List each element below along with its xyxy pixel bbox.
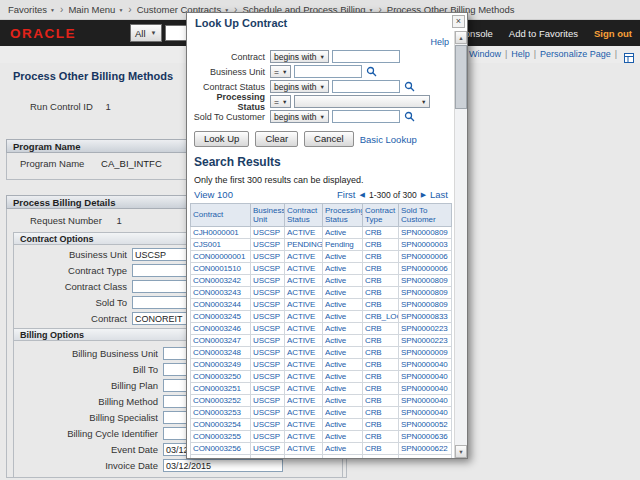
- result-row[interactable]: CON0003242USCSPACTIVEActiveCRBSPN0000809: [191, 275, 452, 287]
- result-row[interactable]: CON0003252USCSPACTIVEActiveCRBSPN0000040: [191, 395, 452, 407]
- result-cell[interactable]: USCSP: [251, 407, 285, 419]
- result-cell[interactable]: CON0003257: [191, 455, 251, 460]
- result-cell[interactable]: SPN0000003: [399, 239, 452, 251]
- value-select[interactable]: ▼: [294, 95, 430, 108]
- result-cell[interactable]: Active: [323, 395, 363, 407]
- breadcrumb-item[interactable]: Main Menu▼: [68, 4, 123, 15]
- result-cell[interactable]: USCSP: [251, 335, 285, 347]
- result-cell[interactable]: CON0003247: [191, 335, 251, 347]
- lookup-icon[interactable]: [366, 66, 377, 77]
- result-cell[interactable]: SPN0000040: [399, 371, 452, 383]
- result-cell[interactable]: USCSP: [251, 455, 285, 460]
- column-header[interactable]: Business Unit: [251, 204, 285, 227]
- result-cell[interactable]: USCSP: [251, 419, 285, 431]
- result-cell[interactable]: ACTIVE: [285, 431, 323, 443]
- result-cell[interactable]: USCSP: [251, 323, 285, 335]
- result-cell[interactable]: ACTIVE: [285, 359, 323, 371]
- result-row[interactable]: CON0003254USCSPACTIVEActiveCRBSPN0000052: [191, 419, 452, 431]
- help-link[interactable]: Help: [430, 37, 449, 47]
- result-cell[interactable]: USCSP: [251, 227, 285, 239]
- result-cell[interactable]: SPN0000636: [399, 455, 452, 460]
- result-cell[interactable]: SPN0000223: [399, 335, 452, 347]
- lookup-input[interactable]: [332, 80, 400, 93]
- result-cell[interactable]: ACTIVE: [285, 407, 323, 419]
- result-cell[interactable]: SPN0000809: [399, 227, 452, 239]
- result-cell[interactable]: ACTIVE: [285, 263, 323, 275]
- result-cell[interactable]: USCSP: [251, 251, 285, 263]
- result-cell[interactable]: Active: [323, 275, 363, 287]
- close-icon[interactable]: ×: [452, 15, 465, 28]
- result-cell[interactable]: ACTIVE: [285, 311, 323, 323]
- result-row[interactable]: CON0003247USCSPACTIVEActiveCRBSPN0000223: [191, 335, 452, 347]
- result-cell[interactable]: CRB: [363, 395, 399, 407]
- result-row[interactable]: CON0003248USCSPACTIVEActiveCRBSPN0000009: [191, 347, 452, 359]
- result-cell[interactable]: SPN0000223: [399, 323, 452, 335]
- result-cell[interactable]: CON0003244: [191, 299, 251, 311]
- result-cell[interactable]: ACTIVE: [285, 287, 323, 299]
- result-cell[interactable]: Active: [323, 371, 363, 383]
- search-scope-select[interactable]: All ▼: [130, 24, 162, 42]
- result-cell[interactable]: SPN0000833: [399, 311, 452, 323]
- result-cell[interactable]: ACTIVE: [285, 395, 323, 407]
- result-cell[interactable]: SPN0000809: [399, 287, 452, 299]
- result-cell[interactable]: USCSP: [251, 347, 285, 359]
- result-cell[interactable]: Active: [323, 419, 363, 431]
- result-cell[interactable]: CRB: [363, 227, 399, 239]
- pagebar-link[interactable]: Personalize Page: [540, 49, 611, 59]
- result-cell[interactable]: Pending: [323, 239, 363, 251]
- result-cell[interactable]: CRB: [363, 443, 399, 455]
- result-cell[interactable]: CRB: [363, 407, 399, 419]
- column-header[interactable]: Processing Status: [323, 204, 363, 227]
- result-cell[interactable]: ACTIVE: [285, 227, 323, 239]
- result-row[interactable]: CON0003256USCSPACTIVEActiveCRBSPN0000622: [191, 443, 452, 455]
- result-cell[interactable]: Active: [323, 359, 363, 371]
- operator-select[interactable]: begins with▼: [270, 80, 329, 93]
- result-cell[interactable]: SPN0000006: [399, 263, 452, 275]
- result-cell[interactable]: ACTIVE: [285, 443, 323, 455]
- result-cell[interactable]: ACTIVE: [285, 323, 323, 335]
- result-cell[interactable]: ACTIVE: [285, 383, 323, 395]
- result-cell[interactable]: Active: [323, 347, 363, 359]
- result-row[interactable]: CON0003251USCSPACTIVEActiveCRBSPN0000040: [191, 383, 452, 395]
- result-cell[interactable]: Active: [323, 455, 363, 460]
- result-cell[interactable]: ACTIVE: [285, 335, 323, 347]
- result-cell[interactable]: USCSP: [251, 287, 285, 299]
- result-cell[interactable]: CON0003242: [191, 275, 251, 287]
- result-cell[interactable]: USCSP: [251, 443, 285, 455]
- result-cell[interactable]: USCSP: [251, 359, 285, 371]
- result-cell[interactable]: CON0003250: [191, 371, 251, 383]
- scrollbar-thumb[interactable]: [455, 45, 467, 109]
- result-cell[interactable]: CON0003246: [191, 323, 251, 335]
- next-page-icon[interactable]: ▶: [421, 191, 426, 199]
- field-input[interactable]: 03/12/2015: [163, 459, 283, 472]
- result-cell[interactable]: SPN0000622: [399, 443, 452, 455]
- result-cell[interactable]: ACTIVE: [285, 299, 323, 311]
- operator-select[interactable]: =▼: [270, 65, 291, 78]
- result-cell[interactable]: PENDING: [285, 239, 323, 251]
- result-row[interactable]: CON0003257USCSPACTIVEActiveCRBSPN0000636: [191, 455, 452, 460]
- result-cell[interactable]: CRB: [363, 239, 399, 251]
- result-cell[interactable]: USCSP: [251, 431, 285, 443]
- scroll-down-icon[interactable]: ▼: [455, 445, 467, 458]
- result-row[interactable]: CON0003244USCSPACTIVEActiveCRBSPN0000809: [191, 299, 452, 311]
- result-cell[interactable]: CRB: [363, 299, 399, 311]
- column-header[interactable]: Contract: [191, 204, 251, 227]
- result-cell[interactable]: SPN0000040: [399, 383, 452, 395]
- result-cell[interactable]: CRB: [363, 251, 399, 263]
- result-cell[interactable]: Active: [323, 263, 363, 275]
- result-cell[interactable]: Active: [323, 431, 363, 443]
- lookup-input[interactable]: [294, 65, 362, 78]
- result-cell[interactable]: CON0003249: [191, 359, 251, 371]
- result-row[interactable]: CON0003246USCSPACTIVEActiveCRBSPN0000223: [191, 323, 452, 335]
- last-link[interactable]: Last: [430, 189, 448, 200]
- result-cell[interactable]: ACTIVE: [285, 419, 323, 431]
- result-cell[interactable]: Active: [323, 227, 363, 239]
- sign-out-link[interactable]: Sign out: [594, 28, 632, 39]
- result-row[interactable]: CON0003253USCSPACTIVEActiveCRBSPN0000040: [191, 407, 452, 419]
- result-cell[interactable]: CRB: [363, 371, 399, 383]
- result-cell[interactable]: CON00000001: [191, 251, 251, 263]
- operator-select[interactable]: begins with▼: [270, 110, 329, 123]
- lookup-icon[interactable]: [404, 111, 415, 122]
- result-row[interactable]: CON0003245USCSPACTIVEActiveCRB_LOCSPN000…: [191, 311, 452, 323]
- result-cell[interactable]: USCSP: [251, 395, 285, 407]
